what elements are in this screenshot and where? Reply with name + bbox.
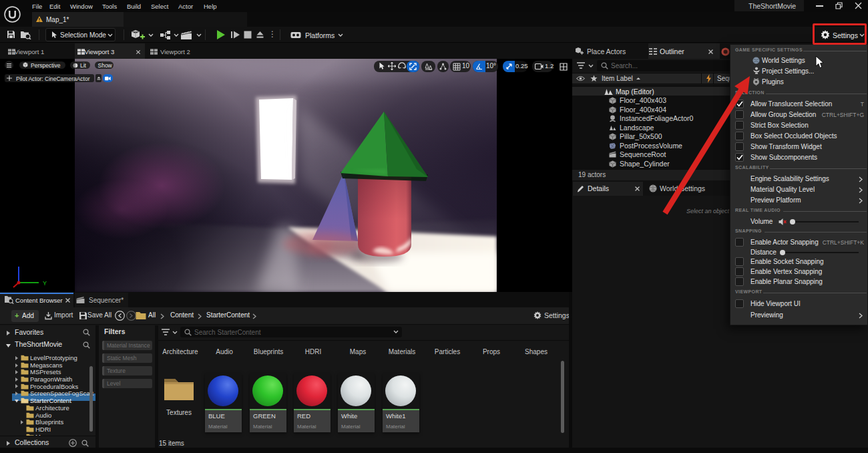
svg-text:Y: Y [43,280,47,287]
